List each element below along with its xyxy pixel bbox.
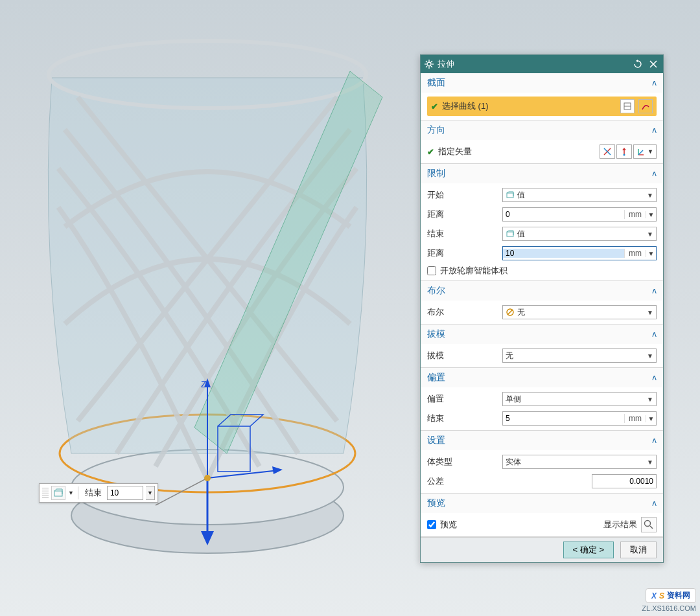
svg-rect-32 bbox=[507, 193, 513, 198]
chevron-down-icon[interactable]: ▼ bbox=[646, 211, 656, 218]
unit-label: mm bbox=[624, 210, 646, 219]
float-end-input[interactable] bbox=[107, 486, 143, 500]
svg-point-28 bbox=[624, 154, 625, 156]
body-type-text: 实体 bbox=[506, 457, 647, 468]
specify-vector-label: 指定矢量 bbox=[438, 146, 596, 157]
section-header-direction[interactable]: 方向 ʌ bbox=[421, 120, 663, 140]
section-limits: 限制 ʌ 开始 值 ▼ bbox=[421, 164, 663, 281]
svg-line-37 bbox=[650, 526, 653, 529]
section-title: 拔模 bbox=[427, 328, 652, 340]
boolean-label: 布尔 bbox=[427, 306, 498, 318]
chevron-down-icon: ▼ bbox=[647, 352, 653, 359]
section-title: 偏置 bbox=[427, 372, 652, 383]
offset-mode-text: 单侧 bbox=[506, 394, 647, 405]
boolean-dropdown[interactable]: 无 ▼ bbox=[502, 305, 657, 319]
section-header-settings[interactable]: 设置 ʌ bbox=[421, 431, 663, 450]
svg-marker-19 bbox=[636, 60, 638, 62]
chevron-up-icon: ʌ bbox=[652, 126, 657, 135]
offset-end-field[interactable] bbox=[503, 414, 624, 423]
chevron-up-icon: ʌ bbox=[652, 330, 657, 339]
dialog-title: 拉伸 bbox=[438, 58, 628, 70]
start-mode-dropdown[interactable]: 值 ▼ bbox=[502, 188, 657, 202]
end-distance-input[interactable]: mm ▼ bbox=[502, 246, 657, 260]
section-title: 截面 bbox=[427, 77, 652, 89]
chevron-down-icon: ▼ bbox=[647, 309, 653, 316]
chevron-up-icon: ʌ bbox=[652, 78, 657, 87]
offset-end-input[interactable]: mm ▼ bbox=[502, 411, 657, 426]
section-boolean: 布尔 ʌ 布尔 无 ▼ bbox=[421, 281, 663, 325]
reset-icon[interactable] bbox=[632, 58, 644, 70]
snap-dd-arrow[interactable]: ▼ bbox=[68, 490, 74, 496]
chevron-down-icon[interactable]: ▼ bbox=[646, 415, 656, 422]
watermark: XS 资料网 ZL.XS1616.COM bbox=[642, 588, 696, 612]
unit-label: mm bbox=[624, 414, 646, 423]
section-header-limits[interactable]: 限制 ʌ bbox=[421, 164, 663, 183]
section-title: 布尔 bbox=[427, 285, 652, 297]
dialog-body: 截面 ʌ ✔ 选择曲线 (1) 方向 ʌ bbox=[421, 73, 663, 537]
select-curve-text: 选择曲线 (1) bbox=[442, 100, 616, 112]
svg-line-31 bbox=[638, 150, 643, 155]
section-header-section-curve[interactable]: 截面 ʌ bbox=[421, 73, 663, 93]
svg-rect-9 bbox=[54, 491, 62, 496]
svg-line-18 bbox=[426, 66, 427, 67]
svg-point-10 bbox=[427, 62, 431, 66]
offset-mode-dropdown[interactable]: 单侧 ▼ bbox=[502, 392, 657, 406]
select-curve-row[interactable]: ✔ 选择曲线 (1) bbox=[427, 97, 657, 116]
chevron-down-icon[interactable]: ▼ bbox=[646, 250, 656, 257]
close-icon[interactable] bbox=[648, 58, 659, 70]
svg-rect-33 bbox=[507, 232, 513, 236]
unit-label: mm bbox=[624, 249, 646, 258]
value-mode-icon bbox=[506, 229, 515, 238]
snap-icon-button[interactable] bbox=[51, 486, 65, 500]
start-distance-input[interactable]: mm ▼ bbox=[502, 207, 657, 222]
reverse-direction-icon[interactable] bbox=[616, 144, 632, 159]
start-label: 开始 bbox=[427, 189, 498, 201]
svg-marker-27 bbox=[622, 148, 626, 150]
dialog-titlebar[interactable]: 拉伸 bbox=[421, 55, 663, 73]
end-mode-dropdown[interactable]: 值 ▼ bbox=[502, 227, 657, 241]
open-profile-label: 开放轮廓智能体积 bbox=[440, 265, 508, 277]
svg-point-8 bbox=[204, 475, 211, 481]
chevron-down-icon: ▼ bbox=[647, 396, 653, 403]
body-type-dropdown[interactable]: 实体 ▼ bbox=[502, 455, 657, 469]
vector-constructor-icon[interactable]: ▼ bbox=[633, 144, 657, 159]
section-preview: 预览 ʌ 预览 显示结果 bbox=[421, 494, 663, 537]
tolerance-label: 公差 bbox=[427, 475, 498, 487]
gear-icon bbox=[425, 60, 434, 69]
check-icon: ✔ bbox=[431, 102, 438, 111]
open-profile-checkbox[interactable] bbox=[427, 266, 436, 275]
start-distance-field[interactable] bbox=[503, 210, 624, 219]
section-header-boolean[interactable]: 布尔 ʌ bbox=[421, 281, 663, 301]
show-result-label: 显示结果 bbox=[603, 519, 637, 530]
draft-dropdown[interactable]: 无 ▼ bbox=[502, 348, 657, 363]
start-mode-text: 值 bbox=[517, 190, 647, 201]
end-distance-field[interactable] bbox=[503, 249, 624, 258]
end-mode-text: 值 bbox=[517, 229, 647, 240]
chevron-down-icon: ▼ bbox=[647, 231, 653, 238]
svg-point-36 bbox=[645, 521, 651, 527]
magnifier-icon bbox=[644, 519, 654, 530]
section-header-draft[interactable]: 拔模 ʌ bbox=[421, 325, 663, 344]
vector-dialog-icon[interactable] bbox=[600, 144, 615, 159]
chevron-up-icon: ʌ bbox=[652, 436, 657, 445]
float-end-label: 结束 bbox=[82, 487, 104, 499]
ok-button[interactable]: < 确定 > bbox=[563, 542, 614, 558]
section-header-offset[interactable]: 偏置 ʌ bbox=[421, 368, 663, 387]
floating-dimension-bar[interactable]: ▼ 结束 ▼ bbox=[39, 483, 158, 503]
section-header-preview[interactable]: 预览 ʌ bbox=[421, 494, 663, 513]
curve-rule-icon[interactable] bbox=[638, 99, 653, 113]
none-bool-icon bbox=[506, 308, 515, 317]
show-result-button[interactable] bbox=[641, 517, 657, 532]
section-title: 设置 bbox=[427, 435, 652, 446]
chevron-up-icon: ʌ bbox=[652, 373, 657, 382]
watermark-x: X bbox=[651, 591, 657, 600]
sketch-section-icon[interactable] bbox=[620, 99, 635, 113]
draft-label: 拔模 bbox=[427, 350, 498, 361]
draft-value-text: 无 bbox=[506, 350, 647, 361]
cancel-button[interactable]: 取消 bbox=[620, 542, 657, 558]
tolerance-input[interactable] bbox=[592, 474, 657, 488]
preview-checkbox[interactable] bbox=[427, 520, 436, 529]
section-title: 方向 bbox=[427, 124, 652, 136]
drag-handle-icon[interactable] bbox=[42, 488, 49, 498]
float-end-dropdown[interactable]: ▼ bbox=[146, 486, 155, 500]
